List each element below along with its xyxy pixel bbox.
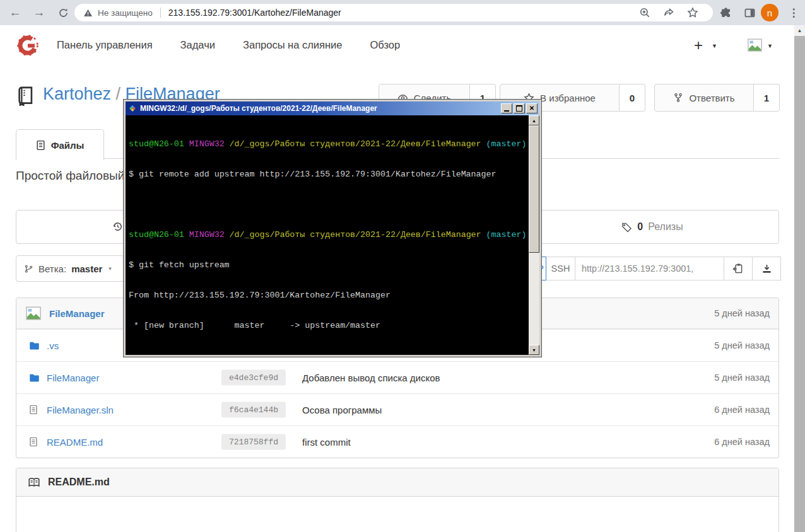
file-date: 6 дней назад: [714, 405, 770, 415]
table-row: README.md 7218758ffd first commit 6 дней…: [16, 425, 779, 458]
file-icon: [36, 140, 45, 151]
back-icon[interactable]: ←: [8, 5, 23, 20]
scrollbar-up-arrow[interactable]: ▲: [794, 25, 805, 35]
fork-button-group: Ответвить 1: [654, 84, 780, 112]
download-button[interactable]: [752, 257, 781, 280]
commit-hash-badge[interactable]: 7218758ffd: [221, 434, 286, 450]
history-icon: [112, 221, 124, 233]
gogs-navbar: Панель управления Задачи Запросы на слия…: [0, 25, 805, 65]
browser-menu-icon[interactable]: ⋮: [786, 5, 801, 20]
star-count[interactable]: 0: [620, 84, 645, 112]
releases-stat[interactable]: 0 Релизы: [525, 211, 779, 243]
releases-count: 0: [637, 221, 643, 233]
branch-selector[interactable]: Ветка:master ▾: [16, 255, 124, 282]
terminal-scroll-down-icon[interactable]: ▼: [529, 345, 539, 355]
nav-item-dashboard[interactable]: Панель управления: [57, 39, 153, 51]
readme-panel: README.md: [16, 468, 779, 532]
committer-avatar-broken-image-icon: [25, 305, 42, 321]
terminal-output-line: From http://213.155.192.79:3001/Kartohez…: [129, 291, 526, 301]
file-link[interactable]: FileManager.sln: [47, 405, 114, 415]
page-scrollbar: ▲: [794, 25, 805, 532]
extensions-puzzle-icon[interactable]: [718, 5, 733, 20]
commit-message: Осова программы: [302, 405, 382, 415]
share-icon[interactable]: [661, 5, 676, 20]
latest-commit-date: 5 дней назад: [714, 308, 770, 318]
clone-ssh-button[interactable]: SSH: [546, 257, 575, 280]
terminal-content[interactable]: stud@N26-01 MINGW32 /d/_gogs/Работы студ…: [126, 115, 539, 355]
commit-hash-badge[interactable]: e4de3cfe9d: [221, 370, 286, 386]
user-menu-caret-icon[interactable]: ▼: [767, 43, 773, 49]
readme-body: [16, 497, 779, 532]
download-icon: [761, 263, 772, 274]
terminal-blank-line: [129, 351, 526, 355]
terminal-prompt-line: stud@N26-01 MINGW32 /d/_gogs/Работы студ…: [129, 139, 526, 149]
zoom-icon[interactable]: [637, 5, 652, 20]
browser-toolbar: ← → Не защищено 213.155.192.79:3001/Kart…: [0, 0, 805, 25]
nav-item-issues[interactable]: Задачи: [180, 39, 215, 51]
fork-button[interactable]: Ответвить: [654, 84, 754, 112]
terminal-output-line: * [new branch] master -> upstream/master: [129, 321, 526, 331]
file-date: 5 дней назад: [714, 373, 770, 383]
copy-url-button[interactable]: [724, 257, 753, 280]
latest-commit-repo-link[interactable]: FileManager: [49, 308, 105, 319]
repo-book-icon: [16, 86, 35, 106]
terminal-title: MINGW32:/d/_gogs/Работы студентов/2021-2…: [140, 104, 500, 113]
nav-item-explore[interactable]: Обзор: [370, 39, 401, 51]
table-row: FileManager.sln f6ca4e144b Осова програм…: [16, 393, 779, 425]
user-avatar-broken-image-icon[interactable]: [747, 37, 763, 53]
repo-owner-link[interactable]: Kartohez: [43, 84, 111, 103]
scrollbar-thumb[interactable]: [794, 36, 805, 532]
terminal-command-line: $ git fetch upstream: [129, 260, 526, 270]
commit-hash-badge[interactable]: f6ca4e144b: [221, 402, 286, 418]
file-date: 5 дней назад: [714, 340, 770, 350]
tab-files[interactable]: Файлы: [16, 129, 104, 160]
close-button[interactable]: ✕: [526, 103, 538, 113]
nav-item-pull-requests[interactable]: Запросы на слияние: [243, 39, 343, 51]
terminal-scrollbar[interactable]: ▲ ▼: [529, 115, 539, 355]
bookmark-star-icon[interactable]: [685, 5, 700, 20]
gogs-logo-icon[interactable]: [16, 34, 39, 57]
terminal-blank-line: [129, 200, 526, 210]
terminal-text: stud@N26-01 MINGW32 /d/_gogs/Работы студ…: [126, 115, 529, 355]
fork-count[interactable]: 1: [754, 84, 780, 112]
terminal-titlebar[interactable]: MINGW32:/d/_gogs/Работы студентов/2021-2…: [126, 101, 539, 115]
branch-icon: [24, 264, 33, 274]
branch-caret-icon: ▾: [109, 265, 112, 272]
folder-icon: [29, 341, 40, 350]
minimize-button[interactable]: [501, 103, 512, 113]
fork-icon: [673, 93, 683, 103]
not-secure-warning-icon: [83, 8, 93, 18]
maximize-button[interactable]: [514, 103, 525, 113]
folder-icon: [29, 373, 40, 383]
address-bar[interactable]: Не защищено 213.155.192.79:3001/Kartohez…: [74, 4, 713, 21]
side-panel-icon[interactable]: [742, 5, 757, 20]
file-link[interactable]: FileManager: [47, 373, 99, 383]
table-row: FileManager e4de3cfe9d Добавлен вывод сп…: [16, 361, 779, 393]
terminal-command-line: $ git remote add upstream http://213.155…: [129, 170, 526, 180]
browser-profile-avatar[interactable]: n: [761, 4, 779, 21]
readme-header: README.md: [16, 468, 779, 497]
commit-message: Добавлен вывод списка дисков: [302, 373, 440, 383]
open-book-icon: [28, 477, 40, 488]
releases-label: Релизы: [648, 221, 683, 233]
file-date: 6 дней назад: [714, 437, 770, 447]
terminal-prompt-line: stud@N26-01 MINGW32 /d/_gogs/Работы студ…: [129, 230, 526, 240]
file-icon: [29, 405, 38, 415]
readme-title: README.md: [48, 477, 110, 488]
security-label: Не защищено: [98, 8, 153, 18]
file-link[interactable]: .vs: [47, 340, 59, 351]
terminal-scroll-up-icon[interactable]: ▲: [529, 115, 539, 125]
terminal-window: MINGW32:/d/_gogs/Работы студентов/2021-2…: [123, 99, 542, 357]
address-divider: [160, 8, 161, 18]
reload-icon[interactable]: [56, 5, 71, 20]
clone-url-input[interactable]: [575, 257, 724, 280]
forward-icon[interactable]: →: [32, 5, 47, 20]
clipboard-icon: [732, 263, 744, 274]
new-repo-plus-button[interactable]: +: [694, 25, 703, 65]
address-url: 213.155.192.79:3001/Kartohez/FileManager: [168, 8, 341, 18]
terminal-scroll-thumb[interactable]: [529, 125, 539, 253]
file-link[interactable]: README.md: [47, 437, 103, 448]
git-bash-icon: [128, 104, 137, 113]
new-repo-caret-icon[interactable]: ▼: [712, 43, 717, 49]
tag-icon: [621, 222, 632, 233]
